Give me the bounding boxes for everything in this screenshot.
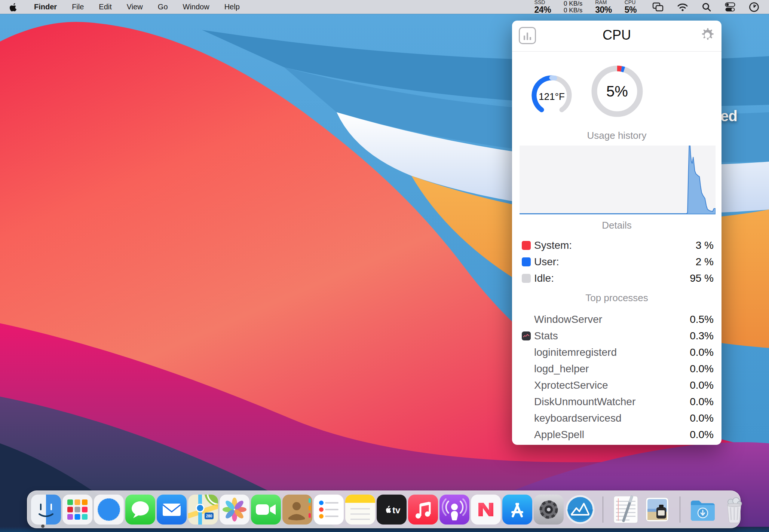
clock-icon[interactable] (749, 2, 759, 12)
dock-launchpad-icon[interactable] (62, 495, 92, 525)
ram-status-widget[interactable]: RAM 30% (595, 0, 612, 14)
user-label: User: (534, 256, 559, 268)
stats-cpu-popover: CPU 121°F 5% Usage history Details Syste… (512, 21, 721, 445)
process-row[interactable]: AppleSpell 0.0% (522, 426, 714, 443)
ssd-label: SSD (534, 0, 545, 5)
dock-music-icon[interactable] (408, 495, 438, 525)
ram-value: 30% (595, 5, 612, 14)
process-name: Stats (534, 330, 558, 342)
dock-mountain-app-icon[interactable] (565, 495, 595, 525)
process-value: 0.0% (690, 412, 714, 424)
dock-news-icon[interactable] (471, 495, 501, 525)
network-up: 0 KB/s (564, 0, 582, 7)
cpu-usage-donut: 5% (589, 63, 645, 119)
process-value: 0.0% (690, 379, 714, 391)
menu-item-window[interactable]: Window (183, 3, 209, 11)
ram-label: RAM (595, 0, 607, 5)
dock-facetime-icon[interactable] (251, 495, 281, 525)
top-processes-heading: Top processes (512, 292, 721, 304)
cpu-temperature-gauge: 121°F (529, 73, 574, 118)
dock-maps-icon[interactable]: 280 (188, 495, 218, 525)
process-name: keyboardservicesd (534, 412, 621, 424)
svg-text:tv: tv (392, 505, 401, 515)
dock-downloads-folder-icon[interactable] (688, 495, 718, 525)
process-value: 0.0% (690, 396, 714, 408)
gear-icon[interactable] (699, 27, 716, 43)
dock-divider (680, 496, 680, 523)
panel-header: CPU (512, 21, 721, 52)
process-name: logd_helper (534, 363, 589, 375)
search-icon[interactable] (702, 2, 711, 12)
process-row[interactable]: keyboardservicesd 0.0% (522, 410, 714, 426)
cpu-value: 5% (625, 5, 637, 14)
system-color-swatch (522, 241, 531, 250)
apple-menu-icon[interactable] (10, 2, 18, 12)
usage-history-heading: Usage history (512, 130, 721, 141)
process-row[interactable]: Stats 0.3% (522, 328, 714, 344)
process-value: 0.0% (690, 429, 714, 441)
process-name: AppleSpell (534, 429, 584, 441)
network-status-widget[interactable]: 0 KB/s 0 KB/s (564, 0, 582, 14)
detail-row-user: User: 2 % (522, 254, 714, 270)
process-value: 0.5% (690, 314, 714, 325)
usage-history-chart (520, 146, 716, 214)
menu-item-go[interactable]: Go (158, 3, 168, 11)
dock-messages-icon[interactable] (125, 495, 155, 525)
dock-notes-icon[interactable] (345, 495, 375, 525)
dock: 280 (27, 490, 741, 528)
menu-item-help[interactable]: Help (224, 3, 240, 11)
menu-item-view[interactable]: View (127, 3, 143, 11)
system-label: System: (534, 239, 572, 251)
system-value: 3 % (696, 239, 714, 251)
dock-finder-icon[interactable] (31, 495, 61, 525)
cpu-usage-value: 5% (606, 83, 628, 100)
process-row[interactable]: loginitemregisterd 0.0% (522, 344, 714, 361)
idle-label: Idle: (534, 272, 554, 284)
dock-tv-icon[interactable]: tv (377, 495, 407, 525)
dock-contacts-icon[interactable] (282, 495, 312, 525)
wifi-icon[interactable] (677, 3, 688, 12)
process-row[interactable]: WindowServer 0.5% (522, 311, 714, 328)
ssd-value: 24% (534, 5, 551, 14)
user-color-swatch (522, 257, 531, 266)
menu-item-file[interactable]: File (72, 3, 84, 11)
dock-podcasts-icon[interactable] (439, 495, 469, 525)
process-name: DiskUnmountWatcher (534, 396, 635, 408)
stats-app-icon (522, 331, 531, 340)
finder-running-indicator (41, 525, 45, 528)
control-center-icon[interactable] (725, 2, 735, 12)
menu-item-edit[interactable]: Edit (99, 3, 111, 11)
svg-text:280: 280 (206, 514, 212, 518)
dock-textedit-window[interactable] (611, 495, 641, 525)
cpu-temperature-value: 121°F (539, 91, 565, 102)
dock-appstore-icon[interactable] (502, 495, 532, 525)
dock-preview-window[interactable] (642, 495, 672, 525)
process-row[interactable]: DiskUnmountWatcher 0.0% (522, 394, 714, 410)
panel-title: CPU (512, 27, 721, 43)
process-name: XprotectService (534, 379, 608, 391)
dock-trash-icon[interactable] (719, 495, 749, 525)
dock-mail-icon[interactable] (157, 495, 187, 525)
process-row[interactable]: XprotectService 0.0% (522, 377, 714, 394)
cpu-label: CPU (625, 0, 636, 5)
process-name: loginitemregisterd (534, 346, 617, 358)
idle-color-swatch (522, 274, 531, 283)
dock-photos-icon[interactable] (220, 495, 249, 525)
detail-row-system: System: 3 % (522, 237, 714, 254)
dock-safari-icon[interactable] (94, 495, 124, 525)
dock-system-preferences-icon[interactable] (534, 495, 564, 525)
process-value: 0.0% (690, 363, 714, 375)
user-value: 2 % (696, 256, 714, 268)
process-value: 0.0% (690, 346, 714, 358)
menu-item-finder[interactable]: Finder (34, 3, 57, 11)
cpu-status-widget[interactable]: CPU 5% (625, 0, 637, 14)
screen-mirroring-icon[interactable] (652, 2, 664, 12)
process-value: 0.3% (690, 330, 714, 342)
menu-bar: Finder File Edit View Go Window Help SSD… (0, 0, 769, 14)
dock-reminders-icon[interactable] (314, 495, 344, 525)
ssd-status-widget[interactable]: SSD 24% (534, 0, 551, 14)
dock-divider (603, 496, 603, 523)
process-row[interactable]: logd_helper 0.0% (522, 361, 714, 377)
detail-row-idle: Idle: 95 % (522, 270, 714, 287)
process-name: WindowServer (534, 314, 602, 325)
